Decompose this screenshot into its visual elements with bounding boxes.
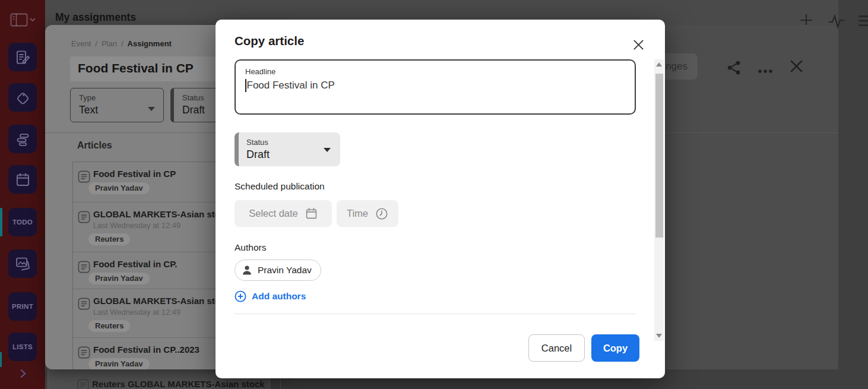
chevron-down-icon <box>324 148 331 152</box>
stacked-bars-icon <box>15 131 31 147</box>
hamburger-icon <box>857 14 868 28</box>
add-authors-button[interactable]: Add authors <box>235 290 306 302</box>
close-icon <box>632 38 645 52</box>
author-badge: Reuters <box>88 233 130 245</box>
author-badge: Pravin Yadav <box>88 358 150 369</box>
layout-panel-icon <box>10 13 35 27</box>
author-name: Pravin Yadav <box>258 265 312 276</box>
time-label: Time <box>347 208 368 219</box>
rail-item-print[interactable]: PRINT <box>8 292 37 321</box>
modal-close-button[interactable] <box>632 38 645 54</box>
headline-input[interactable]: Headline Food Festival in CP <box>235 59 636 115</box>
ellipsis-icon <box>758 69 773 74</box>
breadcrumb-plan[interactable]: Plan <box>102 39 117 48</box>
select-date-label: Select date <box>249 208 298 219</box>
modal-scrollbar[interactable] <box>654 59 664 341</box>
page-background-right <box>838 0 868 389</box>
rail-item-articles[interactable] <box>8 43 37 71</box>
text-cursor <box>245 79 246 92</box>
document-icon <box>77 260 91 274</box>
chevron-down-icon <box>148 107 155 111</box>
chevron-right-icon <box>16 367 29 380</box>
headline-label: Headline <box>245 67 275 76</box>
app-window: My assignments Reuters GLOBAL MARKETS-As… <box>0 0 868 389</box>
breadcrumb-assignment: Assignment <box>128 39 172 48</box>
author-badge: Reuters <box>88 320 130 332</box>
rail-item-calendar[interactable] <box>8 165 37 194</box>
breadcrumb: Event / Plan / Assignment <box>71 39 172 48</box>
left-rail: TODO PRINT LISTS <box>0 0 45 389</box>
share-button[interactable] <box>727 60 742 78</box>
status-dropdown[interactable]: Status Draft <box>235 132 340 166</box>
panel-close-button[interactable] <box>789 59 804 76</box>
type-label: Type <box>79 93 96 102</box>
workspace-switcher[interactable] <box>10 13 35 30</box>
background-item-title: Reuters GLOBAL MARKETS-Asian stock <box>92 379 265 389</box>
document-icon <box>77 170 91 184</box>
document-icon <box>77 210 91 224</box>
active-rail-indicator <box>0 208 2 236</box>
scroll-up-arrow-icon[interactable] <box>656 62 662 67</box>
calendar-icon <box>15 172 31 188</box>
document-icon <box>77 297 91 311</box>
scroll-down-arrow-icon[interactable] <box>656 334 662 338</box>
rail-expand-button[interactable] <box>16 367 29 382</box>
breadcrumb-separator: / <box>121 39 123 48</box>
rail-item-todo[interactable]: TODO <box>8 208 37 236</box>
type-dropdown[interactable]: Type Text <box>70 88 164 122</box>
more-options-button[interactable] <box>758 65 773 76</box>
article-edit-icon <box>15 49 31 65</box>
modal-title: Copy article <box>235 34 304 48</box>
tag-icon <box>15 90 31 106</box>
page-title: My assignments <box>55 11 136 24</box>
time-button[interactable]: Time <box>337 200 398 227</box>
status-value: Draft <box>246 148 270 161</box>
breadcrumb-separator: / <box>95 39 97 48</box>
author-chip[interactable]: Pravin Yadav <box>235 260 321 281</box>
copy-article-modal: Copy article Headline Food Festival in C… <box>216 20 665 378</box>
menu-button[interactable] <box>857 14 868 30</box>
clock-icon <box>375 207 388 220</box>
author-badge: Pravin Yadav <box>88 182 150 194</box>
person-icon <box>242 265 252 276</box>
cancel-button[interactable]: Cancel <box>528 334 585 362</box>
scrollbar-thumb[interactable] <box>655 74 663 238</box>
status-label: Status <box>246 138 268 147</box>
close-icon <box>789 59 804 74</box>
scheduled-publication-label: Scheduled publication <box>235 181 325 192</box>
divider <box>235 314 636 314</box>
rail-item-media[interactable] <box>8 249 37 278</box>
headline-value: Food Festival in CP <box>247 80 335 91</box>
plus-circle-icon <box>235 290 246 302</box>
add-authors-label: Add authors <box>252 291 306 302</box>
authors-label: Authors <box>235 242 266 253</box>
breadcrumb-event[interactable]: Event <box>71 39 91 48</box>
copy-button[interactable]: Copy <box>591 334 639 362</box>
rail-item-queues[interactable] <box>8 125 37 153</box>
articles-heading: Articles <box>77 140 112 151</box>
rail-item-lists[interactable]: LISTS <box>8 333 37 361</box>
author-badge: Pravin Yadav <box>88 273 150 284</box>
images-icon <box>14 255 31 272</box>
status-label: Status <box>182 93 204 102</box>
calendar-icon <box>305 207 318 220</box>
type-value: Text <box>79 104 98 116</box>
document-icon <box>77 378 90 389</box>
document-icon <box>77 346 91 359</box>
select-date-button[interactable]: Select date <box>235 200 332 227</box>
status-value: Draft <box>182 104 205 116</box>
rail-item-tags[interactable] <box>8 83 37 112</box>
share-icon <box>727 60 742 75</box>
teal-indicator <box>0 352 2 367</box>
